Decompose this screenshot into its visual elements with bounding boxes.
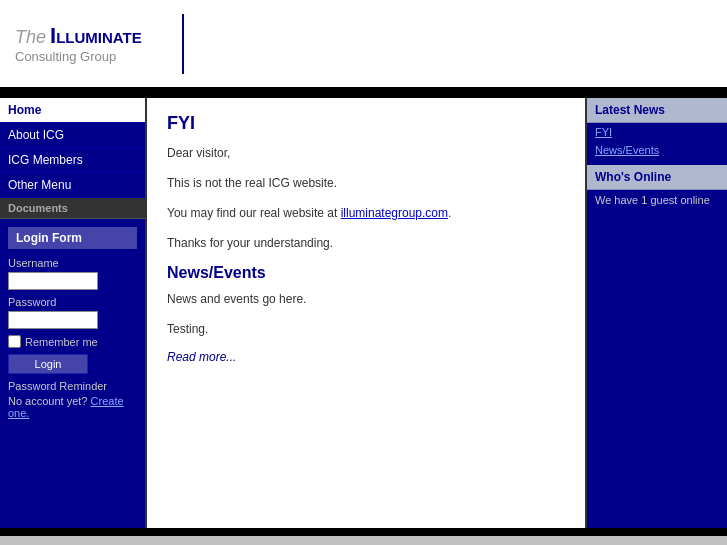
- header-divider: [182, 14, 184, 74]
- topbar: [0, 90, 727, 98]
- password-reminder[interactable]: Password Reminder: [8, 380, 137, 392]
- right-news-link-newsevents[interactable]: News/Events: [587, 141, 727, 159]
- logo-consulting: Consulting Group: [15, 49, 142, 64]
- icg-link[interactable]: illuminategroup.com: [341, 206, 448, 220]
- sidebar: Home About ICG ICG Members Other Menu Do…: [0, 98, 145, 528]
- remember-checkbox[interactable]: [8, 335, 21, 348]
- documents-section: Documents: [0, 198, 145, 219]
- fyi-title: FYI: [167, 113, 565, 134]
- news-desc: News and events go here.: [167, 290, 565, 308]
- logo-illuminate: Illuminate: [50, 23, 142, 49]
- password-input[interactable]: [8, 311, 98, 329]
- right-sidebar: Latest News FYI News/Events Who's Online…: [587, 98, 727, 528]
- right-news-link-fyi[interactable]: FYI: [587, 123, 727, 141]
- para2-prefix: You may find our real website at: [167, 206, 341, 220]
- remember-row: Remember me: [8, 335, 137, 348]
- greeting: Dear visitor,: [167, 144, 565, 162]
- no-account-text: No account yet?: [8, 395, 88, 407]
- username-input[interactable]: [8, 272, 98, 290]
- read-more-link[interactable]: Read more...: [167, 350, 236, 364]
- nav-icg-members[interactable]: ICG Members: [0, 148, 145, 173]
- news-testing: Testing.: [167, 320, 565, 338]
- para2-suffix: .: [448, 206, 451, 220]
- main-content: FYI Dear visitor, This is not the real I…: [145, 98, 587, 528]
- who-online-text: We have 1 guest online: [587, 190, 727, 210]
- news-title: News/Events: [167, 264, 565, 282]
- para2: You may find our real website at illumin…: [167, 204, 565, 222]
- login-form-header: Login Form: [8, 227, 137, 249]
- remember-label: Remember me: [25, 336, 98, 348]
- logo-the: The: [15, 27, 46, 48]
- para3: Thanks for your understanding.: [167, 234, 565, 252]
- layout: Home About ICG ICG Members Other Menu Do…: [0, 98, 727, 528]
- login-button[interactable]: Login: [8, 354, 88, 374]
- password-label: Password: [8, 296, 137, 308]
- para1: This is not the real ICG website.: [167, 174, 565, 192]
- login-links: Password Reminder No account yet? Create…: [8, 380, 137, 419]
- nav-about[interactable]: About ICG: [0, 123, 145, 148]
- nav-other-menu[interactable]: Other Menu: [0, 173, 145, 198]
- nav-home[interactable]: Home: [0, 98, 145, 123]
- latest-news-header: Latest News: [587, 98, 727, 123]
- username-label: Username: [8, 257, 137, 269]
- logo: The Illuminate Consulting Group: [15, 23, 142, 64]
- header: The Illuminate Consulting Group: [0, 0, 727, 90]
- login-box: Login Form Username Password Remember me…: [0, 219, 145, 427]
- bottombar: [0, 528, 727, 536]
- who-online-header: Who's Online: [587, 165, 727, 190]
